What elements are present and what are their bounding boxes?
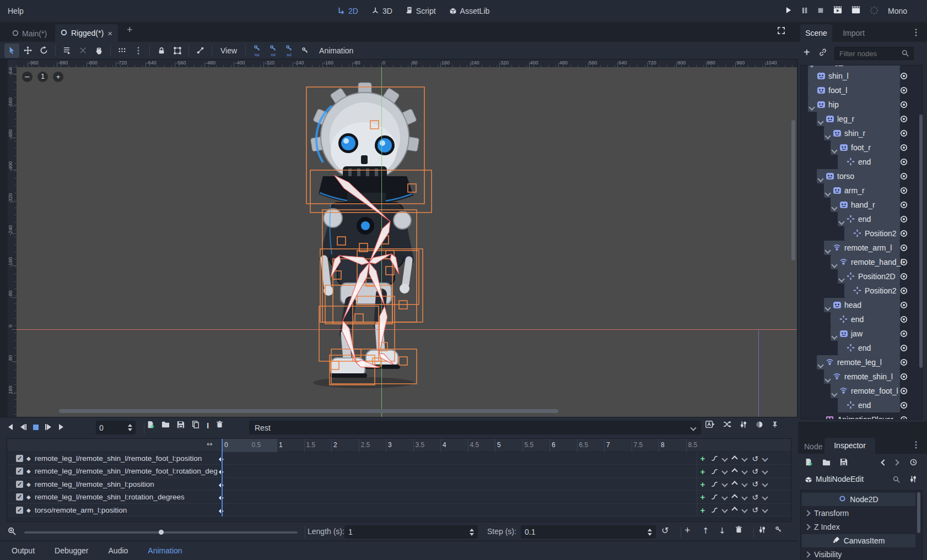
visibility-toggle-icon[interactable] bbox=[900, 158, 908, 166]
tab-scene[interactable]: Scene bbox=[800, 24, 832, 42]
step-spinbox[interactable]: 0.1 bbox=[521, 525, 656, 539]
visibility-toggle-icon[interactable] bbox=[900, 65, 908, 66]
move-track-down-icon[interactable]: ↓ bbox=[719, 526, 726, 536]
pan-tool-icon[interactable] bbox=[91, 44, 106, 58]
key-scl-icon[interactable]: scl bbox=[282, 44, 297, 58]
workspace-script-button[interactable]: Script bbox=[406, 7, 436, 15]
delete-animation-icon[interactable] bbox=[216, 421, 223, 429]
tab-rigged-scene[interactable]: Rigged(*) × bbox=[55, 24, 118, 42]
collapse-arrow-icon[interactable] bbox=[826, 246, 830, 254]
visibility-toggle-icon[interactable] bbox=[900, 144, 908, 151]
visibility-toggle-icon[interactable] bbox=[900, 330, 908, 338]
history-back-icon[interactable] bbox=[881, 459, 887, 465]
collapse-arrow-icon[interactable] bbox=[810, 65, 814, 68]
wrap-mode-icon[interactable] bbox=[729, 482, 740, 486]
stop-button[interactable] bbox=[817, 7, 824, 15]
zoom-reset-button[interactable]: 1 bbox=[37, 72, 48, 82]
canvas-viewport[interactable]: − 1 + bbox=[17, 67, 797, 417]
autoplay-icon[interactable] bbox=[705, 421, 715, 429]
play-backwards-icon[interactable] bbox=[7, 423, 14, 432]
group-object-icon[interactable] bbox=[170, 44, 185, 58]
visibility-toggle-icon[interactable] bbox=[900, 358, 908, 366]
visibility-toggle-icon[interactable] bbox=[900, 273, 908, 280]
tree-row[interactable]: remote_hand_l bbox=[801, 255, 922, 269]
interpolation-mode-icon[interactable] bbox=[708, 455, 720, 462]
tab-import[interactable]: Import bbox=[837, 24, 871, 42]
edit-tracks-icon[interactable] bbox=[758, 526, 766, 535]
load-resource-icon[interactable] bbox=[822, 458, 831, 468]
track-enabled-checkbox[interactable]: ✓ bbox=[16, 467, 23, 475]
zoom-out-button[interactable]: − bbox=[22, 72, 33, 82]
interpolation-mode-icon[interactable] bbox=[708, 481, 720, 488]
frame-spinbox[interactable]: 0 bbox=[96, 421, 136, 434]
tree-row[interactable]: shin_r bbox=[801, 126, 922, 140]
anim-play-icon[interactable] bbox=[58, 423, 65, 432]
edit-transitions-icon[interactable] bbox=[723, 420, 731, 430]
chevron-down-icon[interactable] bbox=[761, 482, 769, 486]
tree-row[interactable]: hand_r bbox=[801, 198, 922, 212]
tree-row[interactable]: end bbox=[801, 155, 922, 169]
loop-wrap-icon[interactable]: ↺ bbox=[749, 467, 761, 476]
tree-row[interactable]: torso bbox=[801, 169, 922, 183]
add-node-button[interactable]: + bbox=[804, 46, 810, 59]
dock-options-icon[interactable] bbox=[915, 29, 917, 38]
timeline-zoom-slider[interactable] bbox=[24, 531, 298, 534]
load-animation-icon[interactable] bbox=[161, 420, 170, 430]
canvas-vscrollbar[interactable] bbox=[791, 120, 795, 260]
skeleton-options-icon[interactable] bbox=[193, 44, 208, 58]
animation-name-dropdown[interactable]: Rest bbox=[249, 421, 701, 434]
tree-row[interactable]: AnimationPlayer bbox=[801, 412, 922, 420]
chevron-down-icon[interactable] bbox=[720, 469, 729, 474]
chevron-down-icon[interactable] bbox=[761, 495, 769, 499]
insert-key-icon[interactable] bbox=[298, 44, 312, 58]
tree-row[interactable]: Position2 bbox=[801, 284, 922, 298]
visibility-toggle-icon[interactable] bbox=[900, 258, 908, 266]
bottom-tab-output[interactable]: Output bbox=[12, 546, 35, 555]
play-button[interactable] bbox=[785, 7, 792, 15]
interpolation-mode-icon[interactable] bbox=[708, 493, 720, 501]
inspector-options-icon[interactable] bbox=[915, 441, 917, 450]
add-key-icon[interactable]: + bbox=[697, 454, 708, 463]
animation-track[interactable]: ✓◆remote_leg_l/remote_shin_l:position◆+↺ bbox=[7, 478, 791, 491]
visibility-toggle-icon[interactable] bbox=[900, 244, 908, 252]
tree-row[interactable]: remote_shin_l bbox=[801, 369, 922, 384]
visibility-toggle-icon[interactable] bbox=[900, 172, 908, 180]
animation-track[interactable]: ✓◆remote_leg_l/remote_shin_l/remote_foot… bbox=[7, 465, 791, 477]
visibility-toggle-icon[interactable] bbox=[900, 72, 908, 80]
pause-button[interactable] bbox=[801, 7, 808, 15]
chevron-down-icon[interactable] bbox=[740, 469, 749, 474]
collapse-arrow-icon[interactable] bbox=[826, 303, 830, 312]
inspector-scrollbar[interactable] bbox=[917, 492, 920, 533]
loop-wrap-icon[interactable]: ↺ bbox=[749, 454, 761, 463]
instance-scene-icon[interactable] bbox=[819, 48, 827, 58]
collapse-arrow-icon[interactable] bbox=[832, 331, 837, 340]
chevron-down-icon[interactable] bbox=[740, 495, 749, 499]
inspector-search-icon[interactable] bbox=[893, 476, 900, 485]
collapse-arrow-icon[interactable] bbox=[826, 188, 830, 197]
pin-animationplayer-icon[interactable] bbox=[772, 421, 778, 429]
tree-row[interactable]: remote_arm_l bbox=[801, 241, 922, 255]
tree-row[interactable]: end bbox=[801, 212, 922, 226]
tree-row[interactable]: hip bbox=[801, 97, 922, 112]
collapse-arrow-icon[interactable] bbox=[826, 374, 830, 383]
collapse-arrow-icon[interactable] bbox=[832, 389, 837, 398]
collapse-arrow-icon[interactable] bbox=[839, 217, 844, 226]
tree-row[interactable]: Position2D bbox=[801, 269, 922, 284]
duplicate-animation-icon[interactable] bbox=[192, 421, 200, 430]
loop-wrap-icon[interactable]: ↺ bbox=[749, 480, 761, 488]
collapse-arrow-icon[interactable] bbox=[810, 102, 814, 111]
chevron-down-icon[interactable] bbox=[740, 482, 749, 486]
visibility-toggle-icon[interactable] bbox=[900, 86, 908, 94]
track-enabled-checkbox[interactable]: ✓ bbox=[16, 481, 23, 488]
tree-row[interactable]: shin_l bbox=[801, 69, 922, 83]
add-key-icon[interactable]: + bbox=[697, 467, 708, 476]
play-scene-button[interactable] bbox=[833, 6, 842, 15]
zoom-in-button[interactable]: + bbox=[53, 72, 63, 82]
tab-main-scene[interactable]: Main(*) bbox=[7, 25, 52, 42]
chevron-down-icon[interactable] bbox=[740, 508, 749, 512]
view-menu-button[interactable]: View bbox=[216, 44, 241, 58]
new-animation-icon[interactable] bbox=[147, 421, 154, 430]
visibility-toggle-icon[interactable] bbox=[900, 187, 908, 194]
select-tool-icon[interactable] bbox=[4, 44, 19, 58]
tree-row[interactable]: remote_foot_l bbox=[801, 384, 922, 398]
